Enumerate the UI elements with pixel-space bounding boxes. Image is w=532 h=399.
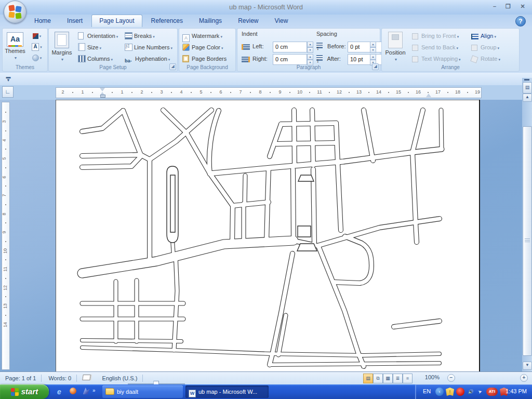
indent-left-input[interactable] (273, 42, 307, 52)
indent-right-spinner[interactable]: ▲▼ (307, 54, 313, 64)
customize-toolbar-icon[interactable]: ▬▾ (4, 75, 12, 83)
ruler-number: 16 (416, 89, 421, 95)
ruler-number: 10 (297, 89, 302, 95)
breaks-button[interactable]: Breaks▾ (125, 31, 155, 41)
theme-colors-button[interactable]: ▾ (30, 31, 44, 41)
quick-launch-icon-2[interactable] (68, 387, 78, 397)
indent-left-spinner[interactable]: ▲▼ (307, 42, 313, 51)
folder-icon (105, 388, 114, 395)
taskbar-button-folder[interactable]: biy daalt (102, 385, 183, 398)
group-themes: Aa Themes ▼ ▾ A▾ ▾ Themes (2, 28, 48, 72)
tab-review[interactable]: Review (231, 15, 265, 27)
scrollbar-thumb[interactable] (523, 126, 532, 356)
themes-button[interactable]: Aa Themes ▼ (4, 31, 26, 63)
tab-page-layout[interactable]: Page Layout (91, 15, 142, 27)
spacing-before-input[interactable] (348, 42, 382, 52)
quick-launch-icon-3[interactable] (81, 387, 91, 397)
antivirus-umbrella-icon[interactable] (456, 388, 464, 396)
draft-view-button[interactable]: ≡ (403, 374, 413, 383)
horizontal-ruler[interactable]: 2112345678910111213141516171819 (56, 87, 482, 98)
print-layout-view-button[interactable]: ▤ (363, 374, 373, 383)
security-shield-icon[interactable]: ! (446, 388, 454, 396)
restore-button[interactable]: ❐ (503, 3, 513, 11)
internet-explorer-icon[interactable]: e (54, 387, 64, 397)
tab-insert[interactable]: Insert (60, 15, 90, 27)
view-ruler-toggle[interactable]: ▤ (523, 82, 532, 94)
orientation-button[interactable]: Orientation▾ (78, 31, 118, 41)
tab-home[interactable]: Home (27, 15, 58, 27)
fullscreen-reading-view-button[interactable]: ⧉ (373, 374, 383, 383)
quick-launch-overflow-chevron[interactable]: » (92, 388, 96, 393)
position-button[interactable]: Position ▼ (384, 31, 407, 63)
mouse-pointer-icon[interactable]: ➤ (475, 387, 486, 397)
help-button[interactable]: ? (515, 16, 526, 26)
line-numbers-button[interactable]: 1≡2≡Line Numbers▾ (125, 42, 172, 52)
zoom-in-button[interactable]: + (520, 374, 528, 382)
page-indicator[interactable]: Page: 1 of 1 (0, 372, 41, 384)
zoom-out-button[interactable]: − (447, 374, 455, 382)
group-button[interactable]: Group▾ (471, 42, 499, 52)
theme-effects-icon (32, 55, 39, 61)
margins-button[interactable]: Margins ▼ (50, 31, 73, 63)
web-layout-view-button[interactable]: ▦ (383, 374, 393, 383)
language-indicator[interactable]: English (U.S.) (97, 372, 143, 384)
first-line-indent-marker[interactable] (100, 88, 105, 91)
scroll-down-arrow[interactable]: ▼ (523, 362, 532, 370)
size-button[interactable]: Size▾ (78, 42, 101, 52)
orientation-icon (78, 32, 85, 39)
line-numbers-icon: 1≡2≡ (125, 44, 132, 51)
ruler-number: 19 (475, 89, 480, 95)
page-color-button[interactable]: Page Color▾ (182, 42, 223, 52)
minimize-button[interactable]: – (489, 3, 500, 11)
theme-effects-button[interactable]: ▾ (30, 52, 44, 63)
columns-button[interactable]: Columns▾ (78, 54, 113, 64)
watermark-button[interactable]: AWatermark▾ (182, 31, 222, 41)
group-icon (471, 44, 478, 51)
align-button[interactable]: Align▾ (471, 31, 496, 41)
text-wrapping-button[interactable]: Text Wrapping▾ (412, 54, 461, 64)
taskbar: start e » biy daalt Wub map - Microsoft … (0, 384, 532, 399)
send-to-back-button[interactable]: Send to Back▾ (412, 42, 458, 52)
bring-to-front-button[interactable]: Bring to Front▾ (412, 31, 459, 41)
right-indent-marker[interactable] (426, 94, 431, 97)
volume-icon[interactable]: 🔊 (467, 388, 475, 396)
split-handle[interactable] (524, 79, 529, 81)
ruler-number: 17 (435, 89, 441, 95)
spacing-after-spinner[interactable]: ▲▼ (370, 54, 376, 64)
tab-references[interactable]: References (144, 15, 190, 27)
rotate-button[interactable]: Rotate▾ (471, 54, 500, 64)
tab-mailings[interactable]: Mailings (192, 15, 229, 27)
language-tray-indicator[interactable]: EN (423, 388, 431, 394)
page-borders-button[interactable]: Page Borders (182, 54, 227, 64)
ruler-number: 8 (259, 89, 261, 95)
zoom-level[interactable]: 100% (425, 374, 440, 380)
office-button[interactable] (4, 1, 26, 23)
clock[interactable]: 1:43 PM (506, 388, 527, 394)
theme-fonts-button[interactable]: A▾ (30, 42, 44, 52)
taskbar-button-word[interactable]: Wub map - Microsoft W... (185, 385, 269, 398)
word-document-icon: W (189, 390, 196, 397)
start-button[interactable]: start (0, 384, 49, 399)
close-button[interactable]: ✕ (517, 3, 528, 11)
outline-view-button[interactable]: ≣ (393, 374, 403, 383)
tab-view[interactable]: View (268, 15, 296, 27)
left-indent-marker[interactable] (100, 95, 105, 98)
page-setup-dialog-launcher[interactable]: ◢ (169, 63, 176, 70)
vertical-ruler[interactable]: 34567891011121314 (2, 102, 10, 370)
tab-selector[interactable]: ∟ (2, 86, 14, 98)
document-page[interactable] (56, 100, 480, 371)
word-count[interactable]: Words: 0 (43, 372, 76, 384)
page-color-icon (182, 44, 190, 51)
paragraph-dialog-launcher[interactable]: ◢ (372, 63, 379, 70)
vertical-scrollbar[interactable]: ▤ ▲ ▼ (522, 78, 532, 371)
scroll-up-arrow[interactable]: ▲ (523, 94, 532, 102)
indent-heading: Indent (242, 31, 258, 37)
indent-right-icon (242, 55, 249, 62)
hyphenation-button[interactable]: ba-Hyphenation▾ (125, 54, 170, 64)
ruler-number: 5 (200, 89, 202, 95)
hide-icons-chevron[interactable]: ‹ (435, 388, 444, 396)
spacing-before-spinner[interactable]: ▲▼ (370, 42, 376, 51)
ati-icon[interactable]: ATI (486, 388, 498, 396)
proofing-icon[interactable]: ✓ (78, 372, 95, 384)
ruler-number: 2 (140, 89, 143, 95)
